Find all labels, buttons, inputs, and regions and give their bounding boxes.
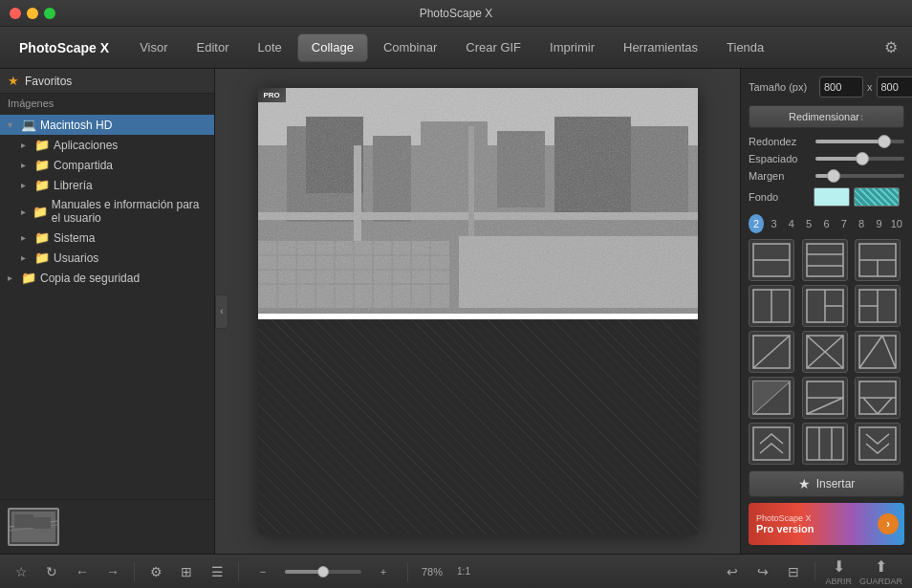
nav-crear-gif[interactable]: Crear GIF: [452, 33, 534, 62]
navbar: PhotoScape X Visor Editor Lote Collage C…: [0, 27, 912, 69]
layout-12[interactable]: [855, 377, 901, 419]
layout-7[interactable]: [749, 331, 794, 373]
abrir-action[interactable]: ⬇ ABRIR: [825, 557, 852, 586]
tree-item-copia[interactable]: ▸ 📁 Copia de seguridad: [0, 268, 214, 288]
collage-bottom-cell[interactable]: [258, 319, 698, 534]
fondo-color-swatch[interactable]: [814, 187, 850, 207]
grid-view-button[interactable]: ⊞: [175, 560, 198, 583]
layout-14[interactable]: [802, 423, 848, 465]
undo-button[interactable]: ↩: [721, 560, 744, 583]
back-button[interactable]: ←: [71, 560, 94, 583]
save-icon: ⬆: [875, 557, 887, 576]
page-num-8[interactable]: 8: [854, 214, 869, 233]
tree-label-macintosh: Macintosh HD: [40, 119, 112, 132]
actual-size-button[interactable]: 1:1: [454, 560, 473, 583]
page-num-5[interactable]: 5: [801, 214, 816, 233]
nav-editor[interactable]: Editor: [184, 33, 243, 62]
insert-button[interactable]: ★ Insertar: [749, 470, 904, 497]
svg-rect-69: [807, 427, 843, 460]
layout-1[interactable]: [749, 239, 794, 281]
tree-item-sistema[interactable]: ▸ 📁 Sistema: [13, 228, 214, 248]
tree-item-usuarios[interactable]: ▸ 📁 Usuarios: [13, 248, 214, 268]
nav-herramientas[interactable]: Herramientas: [610, 33, 711, 62]
espaciado-slider[interactable]: [815, 157, 904, 161]
page-num-3[interactable]: 3: [766, 214, 781, 233]
pro-arrow-icon[interactable]: ›: [878, 513, 899, 534]
nav-imprimir[interactable]: Imprimir: [536, 33, 608, 62]
nav-visor[interactable]: Visor: [126, 33, 181, 62]
nav-collage[interactable]: Collage: [297, 33, 368, 62]
redondez-label: Redondez: [749, 136, 810, 147]
thumbnail-area: [0, 499, 214, 554]
layout-3[interactable]: [855, 239, 901, 281]
layout-15[interactable]: [855, 423, 901, 465]
layout-11[interactable]: [802, 377, 848, 419]
tree-item-compartida[interactable]: ▸ 📁 Compartida: [13, 155, 214, 175]
page-num-9[interactable]: 9: [871, 214, 886, 233]
folder-icon: 📁: [21, 271, 36, 285]
layout-9[interactable]: [855, 331, 901, 373]
aerial-photo: [258, 88, 698, 314]
nav-combinar[interactable]: Combinar: [370, 33, 450, 62]
page-num-2[interactable]: 2: [749, 214, 764, 233]
margen-row: Margen: [749, 170, 904, 182]
espaciado-label: Espaciado: [749, 153, 810, 164]
window-controls: [10, 8, 55, 19]
tree-item-manuales[interactable]: ▸ 📁 Manuales e información para el usuar…: [13, 195, 214, 228]
redondez-slider[interactable]: [815, 140, 904, 143]
brand-label: PhotoScape X: [8, 34, 120, 61]
guardar-label: GUARDAR: [859, 577, 902, 586]
right-action-buttons: ↩ ↪ ⊟ ⬇ ABRIR ⬆ GUARDAR: [721, 557, 902, 586]
forward-button[interactable]: →: [101, 560, 124, 583]
layout-8[interactable]: [802, 331, 848, 373]
width-input[interactable]: [819, 76, 863, 98]
maximize-button[interactable]: [44, 8, 55, 19]
collage-canvas[interactable]: PRO: [258, 88, 698, 534]
tree-item-aplicaciones[interactable]: ▸ 📁 Aplicaciones: [13, 135, 214, 155]
tree-item-macintosh-hd[interactable]: ▾ 💻 Macintosh HD: [0, 115, 214, 135]
collapse-sidebar-button[interactable]: ‹: [215, 294, 228, 329]
redo-button[interactable]: ↪: [751, 560, 774, 583]
zoom-percent-label: 78%: [418, 566, 446, 577]
tree-item-libreria[interactable]: ▸ 📁 Librería: [13, 175, 214, 195]
resize-button[interactable]: Redimensionar ↕: [749, 105, 904, 128]
arrow-icon: ▾: [8, 120, 17, 130]
page-num-7[interactable]: 7: [836, 214, 852, 233]
height-input[interactable]: [877, 76, 913, 98]
settings-icon[interactable]: ⚙: [878, 34, 904, 61]
layout-2[interactable]: [802, 239, 848, 281]
view-mode-button[interactable]: ⊟: [782, 560, 805, 583]
nav-lote[interactable]: Lote: [245, 33, 295, 62]
star-button[interactable]: ☆: [10, 560, 33, 583]
nav-tienda[interactable]: Tienda: [713, 33, 777, 62]
layout-10[interactable]: [749, 377, 794, 419]
size-label: Tamaño (px): [749, 81, 815, 93]
close-button[interactable]: [10, 8, 21, 19]
page-num-10[interactable]: 10: [889, 214, 904, 233]
settings-button[interactable]: ⚙: [144, 560, 167, 583]
favorites-bar[interactable]: ★ Favoritos: [0, 69, 214, 94]
layout-13[interactable]: [749, 423, 794, 465]
page-num-4[interactable]: 4: [784, 214, 799, 233]
layout-6[interactable]: [855, 285, 901, 327]
arrow-icon: ▸: [21, 160, 31, 170]
guardar-action[interactable]: ⬆ GUARDAR: [859, 557, 902, 586]
zoom-slider[interactable]: [285, 570, 361, 574]
size-row: Tamaño (px) x ▼: [749, 76, 904, 98]
layout-5[interactable]: [802, 285, 848, 327]
tree-label-usuarios: Usuarios: [54, 251, 98, 265]
layout-4[interactable]: [749, 285, 794, 327]
list-view-button[interactable]: ☰: [206, 560, 228, 583]
window-title: PhotoScape X: [420, 7, 493, 20]
margen-slider[interactable]: [815, 174, 904, 178]
file-tree: ▾ 💻 Macintosh HD ▸ 📁 Aplicaciones ▸ 📁 Co…: [0, 113, 214, 499]
size-x-label: x: [867, 81, 873, 93]
collage-top-cell[interactable]: [258, 88, 698, 314]
thumbnail-image[interactable]: [8, 508, 59, 546]
svg-rect-5: [33, 517, 51, 529]
refresh-button[interactable]: ↻: [40, 560, 63, 583]
fondo-pattern-swatch[interactable]: [854, 187, 900, 207]
pro-banner[interactable]: PhotoScape X Pro version ›: [749, 503, 904, 545]
minimize-button[interactable]: [27, 8, 38, 19]
page-num-6[interactable]: 6: [818, 214, 834, 233]
